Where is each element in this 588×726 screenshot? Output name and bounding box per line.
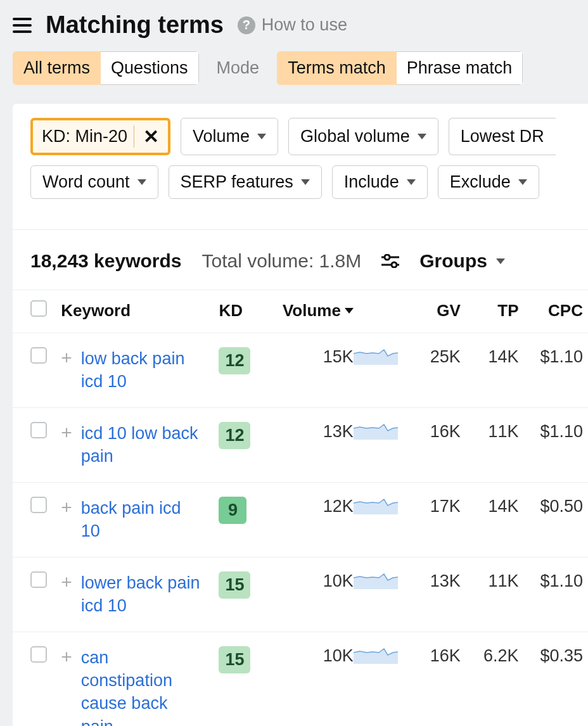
table-row: + icd 10 low back pain 12 13K 16K 11K $1… <box>13 408 588 483</box>
mode-tabs: Terms match Phrase match <box>277 51 523 85</box>
table-row: + lower back pain icd 10 15 10K 13K 11K … <box>13 557 588 632</box>
col-volume[interactable]: Volume <box>262 301 354 321</box>
table-row: + can constipation cause back pain 15 10… <box>13 632 588 727</box>
col-gv[interactable]: GV <box>402 301 461 321</box>
col-cpc[interactable]: CPC <box>519 301 583 321</box>
keyword-link[interactable]: back pain icd 10 <box>81 497 201 543</box>
chevron-down-icon <box>496 258 505 264</box>
kd-badge: 15 <box>219 646 250 673</box>
keyword-link[interactable]: low back pain icd 10 <box>81 347 201 393</box>
mode-label: Mode <box>217 58 260 78</box>
kd-badge: 15 <box>219 571 250 599</box>
kd-badge: 12 <box>219 347 250 374</box>
cpc-value: $1.10 <box>519 571 583 591</box>
col-kd[interactable]: KD <box>219 301 262 321</box>
plus-icon[interactable]: + <box>61 347 72 367</box>
sparkline-icon <box>354 571 398 589</box>
row-checkbox[interactable] <box>30 422 47 438</box>
row-checkbox[interactable] <box>30 497 47 513</box>
groups-dropdown[interactable]: Groups <box>419 250 505 272</box>
filter-kd-label: KD: Min-20 <box>42 127 127 146</box>
filter-global-volume[interactable]: Global volume <box>288 118 438 155</box>
tab-phrase-match[interactable]: Phrase match <box>397 51 523 85</box>
row-checkbox[interactable] <box>30 347 47 364</box>
cpc-value: $1.10 <box>519 347 583 367</box>
tab-all-terms[interactable]: All terms <box>13 51 101 85</box>
chevron-down-icon <box>257 134 266 139</box>
terms-tabs: All terms Questions <box>13 51 199 85</box>
svg-point-1 <box>385 255 390 260</box>
gv-value: 13K <box>402 571 461 591</box>
keyword-link[interactable]: can constipation cause back pain <box>81 646 201 727</box>
filter-word-count[interactable]: Word count <box>30 165 158 199</box>
help-icon: ? <box>238 16 255 34</box>
keyword-count: 18,243 keywords <box>30 250 182 272</box>
filter-exclude[interactable]: Exclude <box>438 165 539 199</box>
sparkline-icon <box>354 646 398 664</box>
tp-value: 6.2K <box>461 646 519 666</box>
chevron-down-icon <box>518 179 527 185</box>
row-checkbox[interactable] <box>30 571 47 588</box>
how-to-use-label: How to use <box>262 15 347 35</box>
sparkline-icon <box>354 347 398 365</box>
kd-badge: 12 <box>219 422 250 449</box>
filter-include[interactable]: Include <box>332 165 428 199</box>
filter-serp-features[interactable]: SERP features <box>169 165 322 199</box>
tab-terms-match[interactable]: Terms match <box>277 51 397 85</box>
sparkline-icon <box>354 497 398 514</box>
chevron-down-icon <box>301 179 310 185</box>
volume-value: 15K <box>262 347 354 367</box>
select-all-checkbox[interactable] <box>30 300 47 317</box>
cpc-value: $0.50 <box>519 497 583 516</box>
table-row: + low back pain icd 10 12 15K 25K 14K $1… <box>13 333 588 408</box>
table-header: Keyword KD Volume GV TP CPC <box>13 290 588 333</box>
gv-value: 16K <box>402 646 461 666</box>
svg-point-3 <box>392 262 397 267</box>
cpc-value: $0.35 <box>519 646 583 666</box>
gv-value: 17K <box>402 497 461 516</box>
plus-icon[interactable]: + <box>61 497 72 517</box>
tp-value: 14K <box>461 497 519 516</box>
col-tp[interactable]: TP <box>461 301 519 321</box>
col-keyword[interactable]: Keyword <box>61 301 219 321</box>
filter-kd-active[interactable]: KD: Min-20 ✕ <box>30 118 170 155</box>
keyword-link[interactable]: lower back pain icd 10 <box>81 571 201 618</box>
volume-value: 13K <box>262 422 354 442</box>
tab-questions[interactable]: Questions <box>101 51 199 85</box>
filter-volume[interactable]: Volume <box>181 118 278 155</box>
chevron-down-icon <box>407 179 416 185</box>
kd-badge: 9 <box>219 497 246 524</box>
plus-icon[interactable]: + <box>61 571 72 592</box>
keyword-link[interactable]: icd 10 low back pain <box>81 422 201 468</box>
gv-value: 16K <box>402 422 461 442</box>
volume-value: 12K <box>262 497 354 516</box>
tp-value: 11K <box>461 571 519 591</box>
sort-desc-icon <box>345 308 354 314</box>
table-row: + back pain icd 10 9 12K 17K 14K $0.50 <box>13 483 588 557</box>
page-title: Matching terms <box>46 11 224 39</box>
close-icon[interactable]: ✕ <box>134 125 159 148</box>
chevron-down-icon <box>137 179 146 185</box>
total-volume: Total volume: 1.8M <box>202 250 362 272</box>
tp-value: 14K <box>461 347 519 367</box>
how-to-use-link[interactable]: ? How to use <box>238 15 347 35</box>
chevron-down-icon <box>418 134 426 139</box>
volume-value: 10K <box>262 646 354 666</box>
volume-value: 10K <box>262 571 354 591</box>
row-checkbox[interactable] <box>30 646 47 663</box>
cpc-value: $1.10 <box>519 422 583 442</box>
tp-value: 11K <box>461 422 519 442</box>
plus-icon[interactable]: + <box>61 422 72 442</box>
hamburger-icon[interactable] <box>13 18 32 33</box>
sparkline-icon <box>354 422 398 440</box>
plus-icon[interactable]: + <box>61 646 72 666</box>
gv-value: 25K <box>402 347 461 367</box>
sliders-icon[interactable] <box>381 254 399 268</box>
filter-lowest-dr[interactable]: Lowest DR <box>449 118 556 155</box>
